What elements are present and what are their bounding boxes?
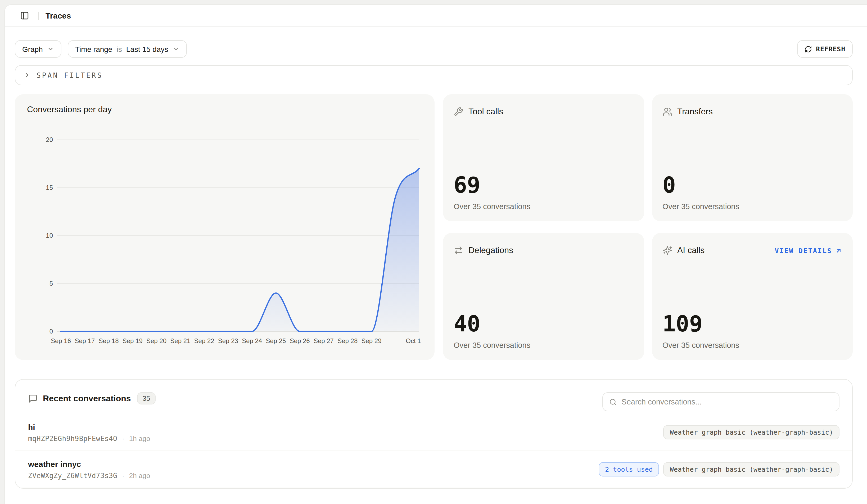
- users-icon: [662, 107, 672, 117]
- chevron-right-icon: [23, 72, 31, 79]
- stat-subtitle: Over 35 conversations: [453, 202, 633, 211]
- stat-subtitle: Over 35 conversations: [662, 341, 842, 350]
- stat-card-tool-calls: Tool calls 69 Over 35 conversations: [443, 94, 644, 221]
- chart-area: [61, 169, 419, 331]
- page-title: Traces: [45, 11, 71, 20]
- conversation-row[interactable]: himqHZP2EGh9h9BpFEwEs4O·1h agoWeather gr…: [15, 414, 852, 451]
- time-range-label: Time range: [75, 45, 113, 53]
- x-tick-label: Sep 24: [242, 337, 262, 344]
- span-filters-expander[interactable]: SPAN FILTERS: [15, 65, 853, 85]
- view-details-link[interactable]: VIEW DETAILS: [775, 246, 842, 254]
- span-filters-label: SPAN FILTERS: [36, 71, 103, 79]
- stat-card-delegations: Delegations 40 Over 35 conversations: [443, 233, 644, 360]
- x-tick-label: Sep 17: [75, 337, 95, 344]
- agent-badge: Weather graph basic (weather-graph-basic…: [663, 425, 839, 439]
- conversation-id: mqHZP2EGh9h9BpFEwEs4O: [28, 435, 117, 442]
- refresh-label: REFRESH: [816, 45, 845, 53]
- x-tick-label: Sep 27: [314, 337, 334, 344]
- conversation-title: hi: [28, 422, 150, 431]
- stat-card-transfers: Transfers 0 Over 35 conversations: [652, 94, 853, 221]
- x-tick-label: Sep 26: [290, 337, 310, 344]
- conversation-list: himqHZP2EGh9h9BpFEwEs4O·1h agoWeather gr…: [15, 414, 852, 488]
- x-tick-label: Sep 21: [170, 337, 190, 344]
- tools-used-badge: 2 tools used: [599, 462, 659, 476]
- conversations-chart-card: 05101520Sep 16Sep 17Sep 18Sep 19Sep 20Se…: [15, 94, 435, 360]
- stat-title: AI calls: [677, 246, 705, 255]
- x-tick-label: Oct 1: [406, 337, 421, 344]
- conversation-time: 1h ago: [129, 435, 150, 442]
- conversation-row[interactable]: weather innycZVeWXgZy_Z6WltVd73s3G·2h ag…: [15, 451, 852, 488]
- x-tick-label: Sep 22: [194, 337, 214, 344]
- graph-dropdown[interactable]: Graph: [15, 40, 61, 58]
- chevron-down-icon: [47, 45, 54, 52]
- arrow-right-left-icon: [453, 246, 463, 255]
- panel-left-icon: [20, 11, 29, 20]
- x-tick-label: Sep 20: [146, 337, 167, 344]
- search-box: [602, 392, 839, 411]
- time-range-operator: is: [116, 45, 122, 53]
- stat-value: 69: [453, 174, 633, 196]
- recent-conversations-title: Recent conversations: [43, 394, 131, 403]
- conversation-title: weather innyc: [28, 459, 150, 468]
- stat-value: 0: [662, 174, 842, 196]
- x-tick-label: Sep 28: [338, 337, 357, 344]
- y-tick-label: 15: [46, 184, 53, 191]
- toolbar: Graph Time range is Last 15 days REFRESH: [15, 40, 853, 58]
- meta-separator: ·: [122, 435, 125, 442]
- sparkles-icon: [662, 246, 672, 255]
- x-tick-label: Sep 23: [218, 337, 238, 344]
- top-bar: Traces: [5, 5, 867, 27]
- arrow-up-right-icon: [835, 247, 842, 254]
- y-tick-label: 10: [46, 232, 53, 239]
- time-range-value: Last 15 days: [126, 45, 168, 53]
- header-divider: [38, 11, 39, 20]
- stat-title: Transfers: [677, 107, 713, 117]
- conversation-id: ZVeWXgZy_Z6WltVd73s3G: [28, 471, 117, 479]
- search-input[interactable]: [621, 398, 833, 406]
- chart-title: Conversations per day: [27, 105, 112, 114]
- x-tick-label: Sep 18: [98, 337, 119, 344]
- meta-separator: ·: [122, 471, 125, 479]
- chevron-down-icon: [172, 45, 179, 52]
- x-tick-label: Sep 29: [361, 337, 381, 344]
- stat-card-ai-calls: AI calls VIEW DETAILS 109 Over 35 conver…: [652, 233, 853, 360]
- message-square-icon: [28, 394, 38, 403]
- y-tick-label: 0: [50, 328, 53, 335]
- refresh-icon: [804, 45, 812, 53]
- conversations-per-day-chart: 05101520Sep 16Sep 17Sep 18Sep 19Sep 20Se…: [15, 94, 435, 360]
- time-range-filter[interactable]: Time range is Last 15 days: [68, 40, 187, 58]
- x-tick-label: Sep 16: [51, 337, 71, 344]
- app-window: Traces Graph Time range is Last 15 days …: [4, 4, 867, 504]
- stat-subtitle: Over 35 conversations: [453, 341, 633, 350]
- search-icon: [609, 398, 617, 406]
- x-tick-label: Sep 25: [266, 337, 286, 344]
- conversation-time: 2h ago: [129, 471, 150, 479]
- stat-subtitle: Over 35 conversations: [662, 202, 842, 211]
- x-tick-label: Sep 19: [122, 337, 143, 344]
- agent-badge: Weather graph basic (weather-graph-basic…: [663, 462, 839, 476]
- y-tick-label: 20: [46, 136, 53, 143]
- view-details-label: VIEW DETAILS: [775, 246, 832, 254]
- stat-value: 109: [662, 313, 842, 335]
- wrench-icon: [453, 107, 463, 117]
- stat-title: Delegations: [469, 246, 513, 255]
- sidebar-toggle-button[interactable]: [18, 9, 31, 22]
- chart-line: [61, 169, 419, 331]
- y-tick-label: 5: [50, 280, 53, 287]
- stat-title: Tool calls: [469, 107, 503, 117]
- conversation-count-badge: 35: [137, 392, 156, 405]
- refresh-button[interactable]: REFRESH: [797, 40, 853, 58]
- recent-conversations-card: Recent conversations 35 himqHZP2EGh9h9Bp…: [15, 379, 853, 489]
- graph-dropdown-label: Graph: [22, 45, 43, 53]
- stat-value: 40: [453, 313, 633, 335]
